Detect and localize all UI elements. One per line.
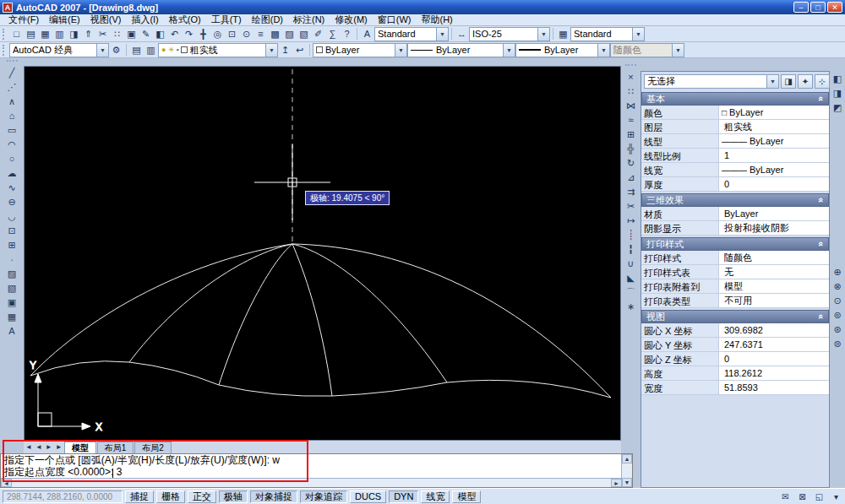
scroll-right-icon[interactable]: ►: [611, 479, 622, 487]
ellipse-arc-icon[interactable]: ◡: [4, 209, 19, 223]
multiline-text-icon[interactable]: A: [4, 323, 19, 338]
menu-item[interactable]: 标注(N): [288, 14, 330, 25]
designcenter-icon[interactable]: ▩: [268, 27, 282, 41]
hatch-icon[interactable]: ▨: [4, 266, 19, 280]
workspace-settings-icon[interactable]: ⚙: [109, 43, 123, 57]
make-block-icon[interactable]: ⊞: [4, 237, 19, 252]
fillet-icon[interactable]: ⌒: [624, 285, 639, 299]
table-style-combo[interactable]: Standard ▼: [570, 27, 645, 41]
communication-center-icon[interactable]: ✉: [779, 490, 792, 503]
status-toggle-button[interactable]: 模型: [452, 490, 481, 503]
toolbar-grip[interactable]: [625, 64, 636, 68]
gradient-icon[interactable]: ▧: [4, 280, 19, 295]
property-row[interactable]: 圆心 Y 坐标 247.6371: [641, 338, 829, 352]
tab-nav-arrow-icon[interactable]: ◄: [24, 442, 34, 453]
spline-icon[interactable]: ∿: [4, 180, 19, 194]
paste-icon[interactable]: ▣: [124, 27, 139, 41]
table-icon[interactable]: ▦: [4, 309, 19, 323]
layer-lock-icon[interactable]: ▪: [177, 46, 179, 54]
tab-nav-arrow-icon[interactable]: ►: [44, 442, 54, 453]
property-row[interactable]: 宽度 51.8593: [641, 381, 829, 395]
copy-icon[interactable]: ∷: [110, 27, 124, 41]
status-toggle-button[interactable]: 捕捉: [125, 490, 154, 503]
property-row[interactable]: 打印表附着到 模型: [641, 279, 829, 294]
right-dock-icon-6[interactable]: ⊙: [830, 293, 845, 307]
trim-icon[interactable]: ✂: [624, 198, 639, 213]
combo-arrow-icon[interactable]: ▼: [96, 44, 108, 57]
dim-style-combo[interactable]: ISO-25 ▼: [469, 27, 550, 41]
status-toggle-button[interactable]: 对象捕捉: [250, 490, 297, 503]
collapse-chevron-icon[interactable]: «: [816, 241, 826, 247]
collapse-chevron-icon[interactable]: «: [816, 96, 826, 101]
layer-combo[interactable]: ● ☀ ▪ 粗实线 ▼: [158, 43, 278, 57]
property-row[interactable]: 厚度 0: [641, 177, 829, 192]
section-header-view[interactable]: 视图 «: [641, 310, 829, 323]
open-file-icon[interactable]: ▤: [24, 27, 38, 41]
quick-select-icon[interactable]: ✦: [798, 74, 813, 89]
layer-on-icon[interactable]: ●: [161, 46, 166, 54]
menu-item[interactable]: 文件(F): [3, 14, 44, 25]
right-dock-icon-5[interactable]: ⊗: [830, 279, 845, 293]
status-toggle-button[interactable]: DUCS: [350, 490, 386, 503]
combo-arrow-icon[interactable]: ▼: [395, 44, 406, 57]
maximize-button[interactable]: □: [810, 2, 826, 13]
toolbar-grip[interactable]: [3, 45, 6, 56]
status-toggle-button[interactable]: 栅格: [156, 490, 185, 503]
scroll-left-icon[interactable]: ◄: [1, 479, 12, 487]
layer-properties-icon[interactable]: ▤: [129, 43, 144, 57]
section-header-3d[interactable]: 三维效果 «: [641, 193, 829, 207]
right-dock-icon-8[interactable]: ⊛: [830, 322, 845, 336]
pan-icon[interactable]: ╋: [196, 27, 210, 41]
combo-arrow-icon[interactable]: ▼: [436, 28, 448, 41]
undo-icon[interactable]: ↶: [167, 27, 182, 41]
property-row[interactable]: 线型比例 1: [641, 149, 829, 163]
drawing-canvas[interactable]: X Y 极轴: 19.4075 < 90°: [24, 66, 621, 441]
erase-icon[interactable]: ×: [624, 69, 639, 84]
property-row[interactable]: 阴影显示 投射和接收阴影: [641, 221, 829, 236]
combo-arrow-icon[interactable]: ▼: [503, 44, 515, 57]
clean-screen-icon[interactable]: ◱: [813, 490, 826, 503]
text-style-combo[interactable]: Standard ▼: [374, 27, 449, 41]
point-icon[interactable]: ∙: [4, 252, 19, 266]
dim-style-icon[interactable]: ↔: [455, 27, 469, 41]
workspace-combo[interactable]: AutoCAD 经典 ▼: [9, 43, 109, 57]
copy-object-icon[interactable]: ∷: [624, 84, 639, 98]
construction-line-icon[interactable]: ⋰: [4, 79, 19, 94]
property-row[interactable]: 颜色 □ByLayer: [641, 106, 829, 120]
tab-nav-arrow-icon[interactable]: ►: [54, 442, 64, 453]
table-style-icon[interactable]: ▦: [556, 27, 570, 41]
combo-arrow-icon[interactable]: ▼: [265, 44, 277, 57]
new-file-icon[interactable]: □: [9, 27, 24, 41]
zoom-previous-icon[interactable]: ⊙: [239, 27, 254, 41]
scale-icon[interactable]: ⊿: [624, 170, 639, 184]
property-row[interactable]: 打印样式 随颜色: [641, 251, 829, 265]
line-icon[interactable]: ╱: [4, 65, 19, 79]
plot-style-combo[interactable]: 随颜色 ▼: [610, 43, 684, 57]
lineweight-combo[interactable]: ByLayer ▼: [515, 43, 610, 57]
command-window[interactable]: 指定下一个点或 [圆弧(A)/半宽(H)/长度(L)/放弃(U)/宽度(W)]:…: [0, 453, 633, 488]
combo-arrow-icon[interactable]: ▼: [766, 75, 778, 88]
property-row[interactable]: 材质 ByLayer: [641, 207, 829, 221]
quickcalc-icon[interactable]: ∑: [325, 27, 340, 41]
toolbar-grip[interactable]: [3, 29, 6, 40]
tool-palettes-icon[interactable]: ▨: [282, 27, 297, 41]
collapse-chevron-icon[interactable]: «: [816, 198, 826, 203]
array-icon[interactable]: ⊞: [624, 127, 639, 141]
move-icon[interactable]: ╬: [624, 141, 639, 155]
right-dock-icon-3[interactable]: ◩: [830, 100, 845, 114]
break-at-point-icon[interactable]: ┊: [624, 227, 639, 241]
command-hscrollbar[interactable]: ◄ ►: [1, 478, 622, 487]
menu-item[interactable]: 插入(I): [126, 14, 163, 25]
polyline-icon[interactable]: ∧: [4, 94, 19, 108]
menu-item[interactable]: 绘图(D): [247, 14, 288, 25]
property-row[interactable]: 高度 118.2612: [641, 366, 829, 381]
property-row[interactable]: 打印表类型 不可用: [641, 294, 829, 308]
mirror-icon[interactable]: ⋈: [624, 98, 639, 112]
tab-nav-arrow-icon[interactable]: ◄: [34, 442, 44, 453]
text-style-icon[interactable]: A: [360, 27, 374, 41]
toolbar-grip[interactable]: [7, 60, 18, 63]
insert-block-icon[interactable]: ⊡: [4, 223, 19, 237]
property-row[interactable]: 圆心 X 坐标 309.6982: [641, 323, 829, 338]
ellipse-icon[interactable]: ⊖: [4, 194, 19, 209]
plot-preview-icon[interactable]: ◨: [67, 27, 81, 41]
